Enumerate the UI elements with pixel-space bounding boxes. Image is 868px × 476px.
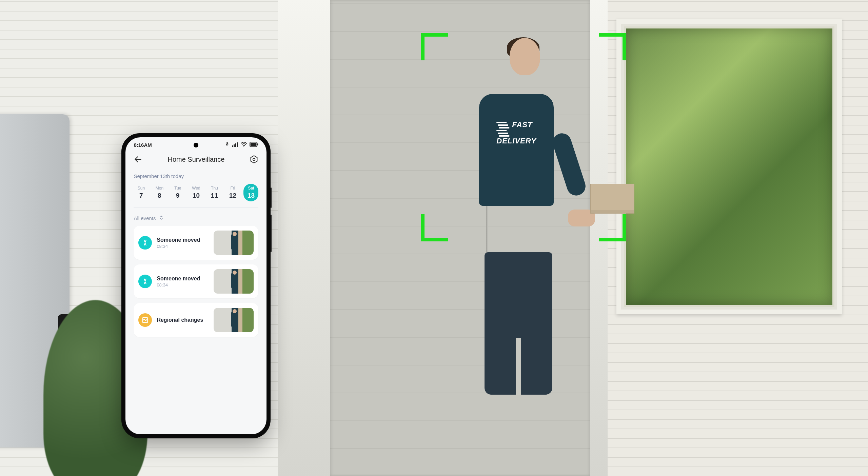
- calendar-day-dow: Fri: [230, 186, 235, 191]
- shirt-logo: FAST DELIVERY: [496, 121, 536, 145]
- event-time: 08:34: [157, 282, 209, 287]
- event-card[interactable]: Regional changes: [134, 303, 258, 337]
- week-calendar: Sun7Mon8Tue9Wed10Thu11Fri12Sat13: [134, 184, 258, 208]
- cellular-icon: [232, 142, 238, 148]
- shirt-logo-line2: DELIVERY: [496, 137, 536, 145]
- delivery-person: FAST DELIVERY: [451, 38, 590, 467]
- svg-rect-2: [235, 143, 236, 147]
- calendar-day-num: 11: [211, 192, 218, 199]
- calendar-day-num: 12: [229, 192, 236, 199]
- event-text: Someone moved08:34: [157, 276, 209, 287]
- battery-icon: [250, 142, 258, 148]
- calendar-day-dow: Tue: [174, 186, 181, 191]
- filter-label: All events: [134, 215, 156, 221]
- event-thumbnail: [214, 269, 254, 294]
- detection-bracket-bottom-right: [599, 214, 626, 241]
- phone-frame: 8:16AM Home Surveillance: [121, 133, 271, 438]
- front-camera-dot: [194, 143, 198, 147]
- calendar-day[interactable]: Thu11: [207, 184, 222, 201]
- wifi-icon: [241, 142, 247, 148]
- calendar-day[interactable]: Wed10: [189, 184, 203, 201]
- event-title: Regional changes: [157, 317, 209, 323]
- detection-bracket-top-right: [599, 33, 626, 60]
- window-pane: [626, 28, 833, 304]
- person-arm: [550, 131, 588, 198]
- person-icon: [138, 236, 152, 250]
- svg-rect-3: [237, 142, 238, 147]
- svg-point-4: [243, 145, 244, 146]
- detection-bracket-bottom-left: [421, 214, 448, 241]
- phone-side-button: [271, 215, 272, 252]
- person-torso: FAST DELIVERY: [479, 94, 554, 206]
- calendar-day-num: 8: [158, 192, 161, 199]
- event-thumbnail: [214, 231, 254, 255]
- events-list: Someone moved08:34Someone moved08:34Regi…: [134, 226, 258, 337]
- event-text: Someone moved08:34: [157, 237, 209, 249]
- shirt-logo-line1: FAST: [512, 120, 532, 129]
- event-title: Someone moved: [157, 276, 209, 282]
- back-icon[interactable]: [134, 155, 142, 164]
- calendar-day-num: 13: [248, 192, 255, 199]
- calendar-day-num: 7: [139, 192, 143, 199]
- person-head: [510, 38, 540, 75]
- title-bar: Home Surveillance: [125, 152, 267, 170]
- calendar-day-dow: Sun: [138, 186, 145, 191]
- svg-point-9: [253, 158, 255, 161]
- events-filter[interactable]: All events: [134, 215, 258, 221]
- calendar-day-dow: Mon: [156, 186, 163, 191]
- event-card[interactable]: Someone moved08:34: [134, 226, 258, 260]
- page-title: Home Surveillance: [167, 156, 224, 163]
- event-text: Regional changes: [157, 317, 209, 323]
- svg-rect-1: [234, 144, 235, 147]
- svg-rect-0: [232, 145, 233, 147]
- svg-marker-8: [251, 156, 257, 163]
- calendar-day[interactable]: Mon8: [152, 184, 167, 201]
- status-icons: [225, 142, 258, 148]
- region-icon: [138, 313, 152, 327]
- calendar-day[interactable]: Sat13: [243, 184, 258, 201]
- calendar-day-dow: Thu: [211, 186, 218, 191]
- person-legs: [485, 252, 552, 395]
- phone-side-button: [271, 187, 272, 208]
- date-heading: September 13th today: [134, 173, 258, 179]
- event-time: 08:34: [157, 244, 209, 249]
- person-icon: [138, 275, 152, 288]
- sort-icon: [159, 215, 164, 221]
- event-thumbnail: [214, 308, 254, 332]
- calendar-day-dow: Sat: [248, 186, 254, 191]
- event-card[interactable]: Someone moved08:34: [134, 264, 258, 298]
- status-time: 8:16AM: [134, 142, 152, 148]
- screen-body: September 13th today Sun7Mon8Tue9Wed10Th…: [125, 170, 267, 434]
- phone-screen: 8:16AM Home Surveillance: [125, 137, 267, 434]
- calendar-day[interactable]: Sun7: [134, 184, 149, 201]
- svg-rect-6: [251, 143, 257, 146]
- svg-rect-7: [257, 143, 258, 145]
- package-box: [590, 184, 634, 214]
- bluetooth-icon: [225, 142, 229, 148]
- event-title: Someone moved: [157, 237, 209, 243]
- calendar-day-num: 10: [193, 192, 200, 199]
- calendar-day[interactable]: Tue9: [170, 184, 185, 201]
- calendar-day-num: 9: [176, 192, 180, 199]
- calendar-day[interactable]: Fri12: [225, 184, 240, 201]
- settings-icon[interactable]: [250, 155, 258, 164]
- detection-bracket-top-left: [421, 33, 448, 60]
- calendar-day-dow: Wed: [192, 186, 200, 191]
- window-frame: [616, 19, 842, 314]
